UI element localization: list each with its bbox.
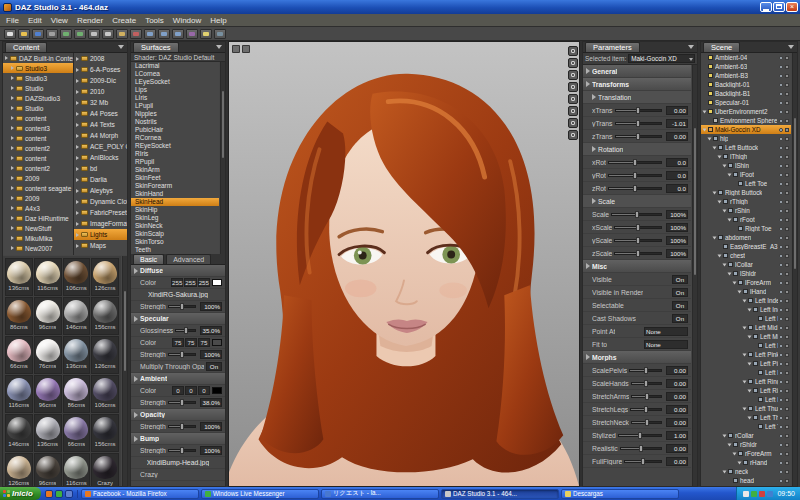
surface-row[interactable]: SkinHip xyxy=(131,206,219,214)
expander-icon[interactable] xyxy=(733,281,737,284)
slider[interactable] xyxy=(608,161,662,164)
scene-tree-row[interactable]: Left Thumb 3 xyxy=(701,422,791,431)
expander-icon[interactable] xyxy=(733,452,737,455)
surface-row[interactable]: SkinFeet xyxy=(131,174,219,182)
property-row[interactable]: Ambient xyxy=(131,373,225,385)
property-row[interactable]: Multiply Through Opacity On xyxy=(131,361,225,373)
messenger-quicklaunch-icon[interactable] xyxy=(55,490,63,498)
color-swatch[interactable] xyxy=(212,387,222,394)
surface-row[interactable]: SkinScalp xyxy=(131,230,219,238)
expander-icon[interactable] xyxy=(11,156,14,160)
parameter-value[interactable]: 0.00 xyxy=(666,405,688,414)
parameter-value[interactable]: 0.00 xyxy=(666,366,688,375)
parameter-row[interactable]: Morphs xyxy=(583,351,691,364)
parameter-row[interactable]: Point At None xyxy=(583,325,691,338)
parameter-value[interactable]: On xyxy=(672,275,688,284)
selectable-icon[interactable] xyxy=(785,119,789,123)
expander-icon[interactable] xyxy=(728,173,732,176)
selectable-icon[interactable] xyxy=(785,56,789,60)
slider[interactable] xyxy=(168,449,196,452)
scene-tree-row[interactable]: lThigh xyxy=(701,152,791,161)
selectable-icon[interactable] xyxy=(785,380,789,384)
scene-tree-row[interactable]: neck xyxy=(701,467,791,476)
expander-icon[interactable] xyxy=(11,106,14,110)
parameter-row[interactable]: xRot 0.0 xyxy=(583,156,691,169)
folder-row[interactable]: Studio xyxy=(3,103,73,113)
visibility-eye-icon[interactable] xyxy=(779,92,783,96)
slider[interactable] xyxy=(608,174,662,177)
parameter-row[interactable]: Rotation xyxy=(583,143,691,156)
tab-content[interactable]: Content xyxy=(5,42,47,52)
slider[interactable] xyxy=(175,329,196,332)
parameter-row[interactable]: ScalePelvis 0.00 xyxy=(583,364,691,377)
selectable-icon[interactable] xyxy=(785,308,789,312)
expander-icon[interactable] xyxy=(11,126,14,130)
visibility-eye-icon[interactable] xyxy=(779,344,783,348)
expander-icon[interactable] xyxy=(11,206,14,210)
expander-icon[interactable] xyxy=(76,178,79,182)
folder-row[interactable]: content seagate xyxy=(3,183,73,193)
zoom-icon[interactable] xyxy=(568,106,578,116)
scene-tree-row[interactable]: rThigh xyxy=(701,197,791,206)
expander-icon[interactable] xyxy=(134,436,138,442)
maximize-button[interactable] xyxy=(773,2,785,12)
scene-tree-row[interactable]: Left Mid 2 xyxy=(701,332,791,341)
tab-options-icon[interactable] xyxy=(216,45,222,49)
expander-icon[interactable] xyxy=(708,137,712,140)
subfolder-row[interactable]: Lights xyxy=(74,229,127,240)
parameter-value[interactable]: 0.00 xyxy=(666,379,688,388)
scene-tree-row[interactable]: Left Mid 1 xyxy=(701,323,791,332)
subfolder-row[interactable]: A4 Morph xyxy=(74,130,127,141)
parameter-value[interactable]: 100% xyxy=(666,210,688,219)
expander-icon[interactable] xyxy=(748,362,752,365)
subfolder-row[interactable]: Dynamic Clothing xyxy=(74,196,127,207)
parameter-row[interactable]: Stylized 1.00 xyxy=(583,429,691,442)
subfolder-row[interactable]: 6-A-Poses xyxy=(74,64,127,75)
parameter-value[interactable]: 0.0 xyxy=(666,158,688,167)
expander-icon[interactable] xyxy=(134,268,138,274)
scene-tree-row[interactable]: Left Ring 3 xyxy=(701,395,791,404)
expander-icon[interactable] xyxy=(76,123,79,127)
parameter-value[interactable]: None xyxy=(644,340,688,349)
visibility-eye-icon[interactable] xyxy=(779,119,783,123)
viewport-menu-icon[interactable] xyxy=(232,45,240,53)
delete-icon[interactable] xyxy=(130,29,142,39)
visibility-eye-icon[interactable] xyxy=(779,326,783,330)
visibility-eye-icon[interactable] xyxy=(779,452,783,456)
parameter-row[interactable]: Misc xyxy=(583,260,691,273)
firefox-quicklaunch-icon[interactable] xyxy=(45,490,53,498)
folder-row[interactable]: MikuMika xyxy=(3,233,73,243)
copy-icon[interactable] xyxy=(102,29,114,39)
selectable-icon[interactable] xyxy=(785,128,789,132)
expander-icon[interactable] xyxy=(76,134,79,138)
folder-row[interactable]: NewStuff xyxy=(3,223,73,233)
color-values[interactable]: 000 xyxy=(172,386,210,395)
slider[interactable] xyxy=(624,460,662,463)
light-icon[interactable] xyxy=(200,29,212,39)
visibility-eye-icon[interactable] xyxy=(779,353,783,357)
thumbnail-item[interactable]: 136cms xyxy=(63,336,91,374)
expander-icon[interactable] xyxy=(11,116,14,120)
expander-icon[interactable] xyxy=(76,211,79,215)
visibility-eye-icon[interactable] xyxy=(779,389,783,393)
thumbnail-item[interactable]: 126cms xyxy=(5,453,33,486)
expander-icon[interactable] xyxy=(748,308,752,311)
visibility-eye-icon[interactable] xyxy=(779,155,783,159)
scene-tree-row[interactable]: Left Index 3 xyxy=(701,314,791,323)
surface-row[interactable]: LIris xyxy=(131,94,219,102)
visibility-eye-icon[interactable] xyxy=(779,263,783,267)
scene-tree-row[interactable]: chest xyxy=(701,251,791,260)
property-value[interactable]: 100% xyxy=(200,422,222,431)
visibility-eye-icon[interactable] xyxy=(779,128,783,132)
selectable-icon[interactable] xyxy=(785,173,789,177)
selectable-icon[interactable] xyxy=(785,101,789,105)
parameter-value[interactable]: 0.00 xyxy=(666,106,688,115)
open-icon[interactable] xyxy=(18,29,30,39)
viewport-3d[interactable] xyxy=(228,41,580,487)
subfolder-row[interactable]: 32 Mb xyxy=(74,97,127,108)
slider[interactable] xyxy=(618,434,662,437)
property-value[interactable]: On xyxy=(206,362,222,371)
expander-icon[interactable] xyxy=(592,94,596,100)
slider[interactable] xyxy=(615,122,662,125)
network-tray-icon[interactable] xyxy=(767,491,773,497)
